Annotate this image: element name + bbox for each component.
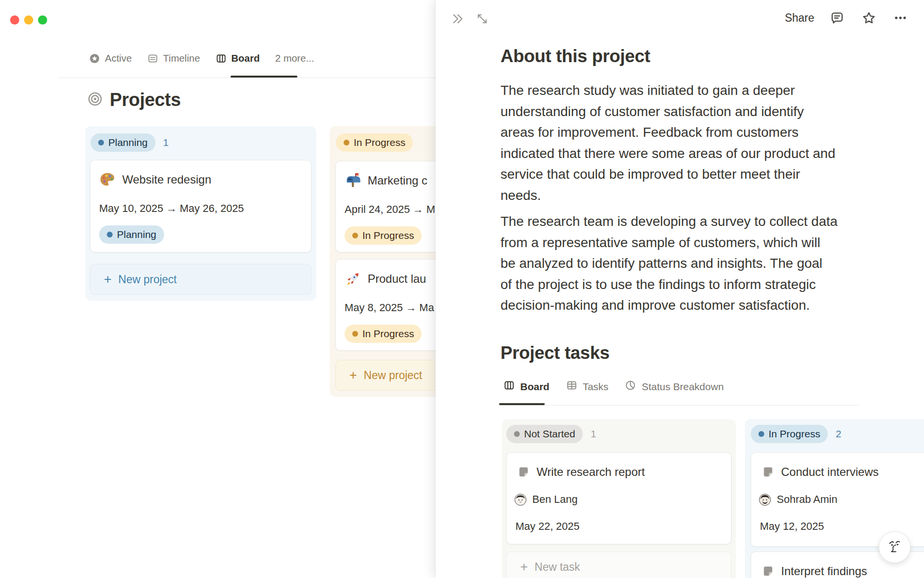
status-dot [107,232,113,237]
comments-icon[interactable] [828,9,846,27]
card-status-tag: In Progress [345,226,422,245]
page-icon [762,565,774,578]
tab-label: Status Breakdown [642,381,723,393]
status-pill-not-started[interactable]: Not Started [506,425,583,443]
about-heading: About this project [500,46,650,66]
tasks-view-tabs: Board Tasks Status Breakdown [503,380,724,394]
about-paragraph-1: The research study was initiated to gain… [500,80,866,206]
tab-board[interactable]: Board [503,380,550,394]
status-pill-in-progress[interactable]: In Progress [336,133,413,152]
status-dot [344,140,349,145]
tab-label: Board [520,381,550,393]
minimize-button[interactable] [24,15,33,25]
task-card-write-research-report[interactable]: Write research report Ben Lang May 22, 2… [506,452,732,544]
column-header: Not Started 1 [506,425,596,443]
close-peek-chevrons-icon[interactable] [448,10,466,28]
mailbox-emoji-icon [345,172,361,189]
palette-emoji-icon [99,171,116,188]
active-tab-underline [231,76,297,78]
card-title-row: Website redesign [99,171,305,189]
status-pill-planning[interactable]: Planning [90,133,155,152]
zoom-button[interactable] [38,15,47,25]
rocket-emoji-icon [345,271,361,287]
board-view-icon [216,53,227,64]
column-count: 1 [163,137,169,148]
target-icon [88,92,103,108]
database-view-tabs: Active Timeline Board 2 more... [89,53,314,64]
page-header: Projects [88,90,181,110]
tab-more-views[interactable]: 2 more... [275,53,314,64]
ai-face-icon [884,536,905,559]
tabs-divider [58,78,436,78]
card-status-tag: Planning [99,225,164,244]
avatar-sohrab-amin [759,494,771,506]
status-dot [98,140,104,145]
card-assignee: Sohrab Amin [759,493,837,506]
tabs-divider [499,405,859,406]
card-status-tag: In Progress [345,325,422,343]
board-view-icon [503,380,515,394]
tab-label: 2 more... [275,53,314,64]
table-view-icon [566,380,578,394]
page-icon [762,466,774,478]
status-pill-in-progress[interactable]: In Progress [751,425,828,443]
status-dot [758,431,764,437]
status-dot [514,431,520,437]
card-date: May 12, 2025 [760,520,824,533]
tab-label: Timeline [163,53,200,64]
peek-toolbar-left [448,10,491,28]
tab-tasks[interactable]: Tasks [566,380,609,394]
column-not-started: Not Started 1 Write research report Ben … [502,419,736,578]
card-title-row: Conduct interviews [762,465,924,479]
card-title: Website redesign [122,173,211,186]
pie-chart-icon [625,380,636,394]
notion-window: Active Timeline Board 2 more... Projects… [0,0,924,578]
tab-status-breakdown[interactable]: Status Breakdown [625,380,723,394]
page-title: Projects [110,90,181,110]
more-options-icon[interactable] [891,9,910,27]
card-dates: April 24, 2025 → M [345,203,435,216]
card-dates: May 10, 2025 → May 26, 2025 [99,202,244,215]
close-button[interactable] [10,15,19,25]
active-tab-underline [499,403,545,405]
new-project-button[interactable]: + New project [90,264,311,295]
column-header: In Progress 2 [751,425,841,443]
expand-page-icon[interactable] [473,10,491,28]
plus-icon: + [349,369,357,382]
tab-label: Active [105,53,132,64]
card-title: Write research report [537,465,645,479]
tab-timeline[interactable]: Timeline [147,53,200,64]
assignee-name: Ben Lang [532,493,578,506]
new-task-button[interactable]: + New task [506,552,732,578]
project-card-website-redesign[interactable]: Website redesign May 10, 2025 → May 26, … [90,160,311,252]
column-planning: Planning 1 Website redesign May 10, 2025… [85,126,316,301]
assignee-name: Sohrab Amin [777,493,837,506]
tasks-heading: Project tasks [500,343,609,363]
page-icon [517,466,530,478]
tab-label: Tasks [583,381,609,393]
plus-icon: + [520,561,528,574]
star-circle-icon [89,53,100,64]
card-assignee: Ben Lang [514,493,578,506]
about-paragraph-2: The research team is developing a survey… [500,211,866,316]
favorite-star-icon[interactable] [860,9,878,27]
column-count: 2 [835,428,841,440]
share-button[interactable]: Share [785,12,814,25]
notion-ai-button[interactable] [879,531,911,563]
card-title-row: Write research report [517,465,725,479]
tab-label: Board [231,53,260,64]
status-dot [352,331,358,337]
status-dot [352,233,358,238]
card-dates: May 8, 2025 → Ma [345,302,434,314]
plus-icon: + [104,273,112,286]
card-date: May 22, 2025 [515,520,579,533]
tab-board[interactable]: Board [216,53,260,64]
card-title: Interpret findings [781,565,867,578]
side-peek-panel: Share About this project The research st… [436,0,924,578]
window-controls [10,15,47,25]
avatar-ben-lang [514,494,526,506]
card-title: Conduct interviews [781,465,879,479]
timeline-view-icon [147,53,158,64]
card-title-row: Interpret findings [762,564,924,578]
tab-active[interactable]: Active [89,53,132,64]
